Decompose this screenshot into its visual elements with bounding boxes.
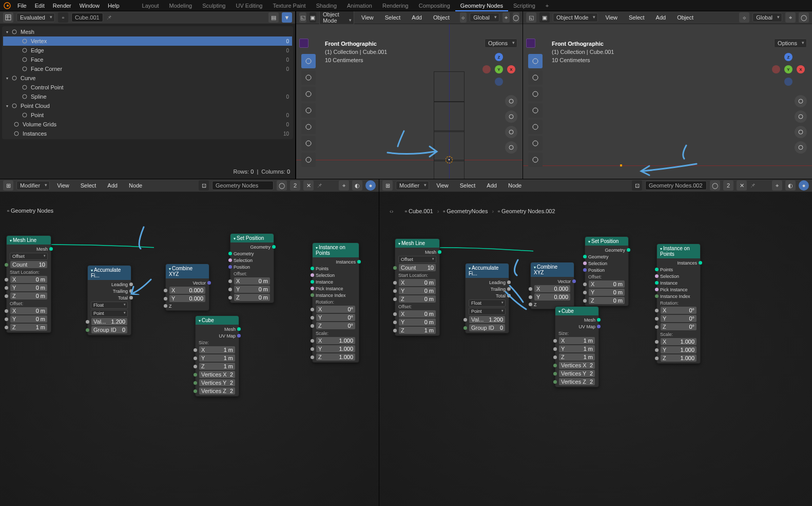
vp-menu-view[interactable]: View	[357, 13, 378, 22]
overlay-icon[interactable]: ◐	[352, 180, 362, 191]
wire[interactable]	[51, 245, 154, 249]
node-meshline[interactable]: Mesh LineMeshOffsetCount10Start Location…	[395, 238, 440, 336]
socket-out-geometry[interactable]: Geometry	[585, 247, 628, 253]
spreadsheet-row-point[interactable]: Point0	[3, 110, 292, 120]
spreadsheet-object-field[interactable]: Cube.001	[71, 13, 103, 22]
node-tree-name-field[interactable]: Geometry Nodes.002	[645, 181, 707, 190]
mode-dropdown[interactable]: Object Mode	[319, 11, 354, 25]
transform-icon[interactable]: ⟐	[460, 12, 467, 23]
node-accum[interactable]: Accumulate Fi...LeadingTrailingTotalFloa…	[465, 263, 509, 333]
options-dropdown[interactable]: Options	[485, 39, 517, 48]
vp-menu-add[interactable]: Add	[408, 13, 426, 22]
editor-type-icon[interactable]	[3, 12, 13, 23]
workspace-tab-uv-editing[interactable]: UV Editing	[230, 1, 267, 10]
scale-tool[interactable]	[528, 103, 543, 118]
node-title[interactable]: Instance on Points	[657, 244, 700, 258]
socket-in-points[interactable]: Points	[657, 266, 700, 273]
viewport-canvas[interactable]: Front Orthographic(1) Collection | Cube.…	[296, 24, 523, 179]
node-setpos[interactable]: Set PositionGeometryGeometrySelectionPos…	[230, 233, 274, 303]
transform-tool[interactable]	[301, 120, 316, 134]
ne-menu-node[interactable]: Node	[125, 181, 146, 190]
proportional-icon[interactable]: ◯	[799, 12, 809, 23]
spreadsheet-row-spline[interactable]: Spline0	[3, 92, 292, 101]
node-title[interactable]: Accumulate Fi...	[88, 266, 131, 280]
unlink-button[interactable]: ✕	[303, 180, 314, 191]
node-title[interactable]: Instance on Points	[313, 243, 359, 257]
socket-out-mesh[interactable]: Mesh	[196, 326, 239, 332]
users-button[interactable]: 2	[290, 180, 300, 191]
viewport-canvas[interactable]: Front Orthographic(1) Collection | Cube.…	[523, 24, 812, 179]
orientation-dropdown[interactable]: Global	[752, 13, 782, 22]
move-tool[interactable]	[528, 70, 543, 85]
node-iop[interactable]: Instance on PointsInstancesPointsSelecti…	[656, 243, 701, 364]
spreadsheet-row-control-point[interactable]: Control Point	[3, 83, 292, 92]
vp-menu-view[interactable]: View	[601, 13, 622, 22]
bc-expand-icon[interactable]: ‹›	[390, 208, 393, 214]
mode-dropdown[interactable]: Object Mode	[553, 13, 598, 22]
socket-in-geometry[interactable]: Geometry	[230, 250, 274, 257]
zoom-button[interactable]	[505, 95, 517, 107]
spreadsheet-row-instances[interactable]: Instances10	[3, 129, 292, 138]
workspace-tab-layout[interactable]: Layout	[137, 1, 164, 10]
add-workspace-button[interactable]: +	[543, 3, 552, 9]
cursor-tool[interactable]	[301, 54, 316, 68]
pan-button[interactable]	[795, 110, 807, 123]
ball-icon[interactable]: ●	[365, 180, 376, 191]
pin-icon[interactable]: 📌︎	[317, 182, 322, 189]
measure-tool[interactable]	[528, 153, 543, 167]
node-title[interactable]: Mesh Line	[395, 239, 439, 248]
node-meshline[interactable]: Mesh LineMeshOffsetCount10Start Location…	[6, 235, 51, 333]
camera-button[interactable]	[795, 126, 807, 138]
workspace-tab-shading[interactable]: Shading	[311, 1, 342, 10]
spreadsheet-row-point-cloud[interactable]: ▾Point Cloud	[3, 101, 292, 110]
snap-icon[interactable]: ⌖	[339, 180, 349, 191]
socket-out-trailing[interactable]: Trailing	[466, 286, 509, 292]
workspace-tab-compositing[interactable]: Compositing	[414, 1, 455, 10]
overlay-icon[interactable]: ◐	[785, 180, 796, 191]
snap-icon[interactable]: ⌖	[502, 12, 510, 23]
camera-button[interactable]	[505, 126, 517, 138]
funnel-icon[interactable]: ▼	[282, 12, 292, 23]
cursor-tool[interactable]	[528, 54, 543, 68]
editor-type-icon[interactable]: ⊞	[382, 180, 393, 191]
editor-type-icon[interactable]: ◱	[299, 12, 306, 23]
workspace-tab-texture-paint[interactable]: Texture Paint	[267, 1, 311, 10]
pin-icon[interactable]: 📌︎	[750, 182, 756, 189]
cube-icon[interactable]: ▣	[539, 12, 550, 23]
ne-menu-select[interactable]: Select	[456, 181, 480, 190]
ne-menu-add[interactable]: Add	[482, 181, 501, 190]
node-title[interactable]: Accumulate Fi...	[466, 264, 509, 278]
socket-in-pick-instance[interactable]: Pick Instance	[657, 286, 700, 293]
workspace-tab-modeling[interactable]: Modeling	[164, 1, 198, 10]
node-tree-type-dropdown[interactable]: Modifier	[16, 181, 50, 190]
socket-out-uv-map[interactable]: UV Map	[196, 332, 239, 339]
socket-out-trailing[interactable]: Trailing	[88, 288, 131, 294]
spreadsheet-row-face[interactable]: Face0	[3, 55, 292, 64]
socket-out-total[interactable]: Total	[88, 294, 131, 301]
pin-icon[interactable]: 📌︎	[106, 14, 112, 21]
menu-render[interactable]: Render	[49, 2, 75, 10]
node-title[interactable]: Combine XYZ	[531, 263, 574, 277]
ne-menu-node[interactable]: Node	[504, 181, 526, 190]
spreadsheet-row-vertex[interactable]: Vertex0	[3, 36, 292, 46]
socket-out-mesh[interactable]: Mesh	[555, 316, 598, 323]
transform-tool[interactable]	[528, 120, 543, 134]
node-title[interactable]: Combine XYZ	[166, 264, 209, 278]
editor-type-icon[interactable]: ⊞	[3, 180, 13, 191]
ne-menu-add[interactable]: Add	[103, 181, 122, 190]
socket-in-instance-index[interactable]: Instance Index	[313, 292, 359, 298]
socket-in-pick-instance[interactable]: Pick Instance	[313, 285, 359, 292]
workspace-tab-scripting[interactable]: Scripting	[508, 1, 540, 10]
rotate-tool[interactable]	[301, 87, 316, 101]
perspective-button[interactable]	[795, 141, 807, 154]
socket-out-total[interactable]: Total	[466, 292, 509, 299]
vp-menu-select[interactable]: Select	[381, 13, 405, 22]
pan-button[interactable]	[505, 110, 517, 123]
node-tree-type-dropdown[interactable]: Modifier	[396, 181, 429, 190]
vp-menu-select[interactable]: Select	[625, 13, 649, 22]
vp-menu-object[interactable]: Object	[429, 13, 454, 22]
socket-in-selection[interactable]: Selection	[313, 272, 359, 278]
node-accum[interactable]: Accumulate Fi...LeadingTrailingTotalFloa…	[87, 265, 131, 335]
node-setpos[interactable]: Set PositionGeometryGeometrySelectionPos…	[585, 236, 629, 306]
nav-gizmo[interactable]: ZYX	[772, 53, 805, 86]
